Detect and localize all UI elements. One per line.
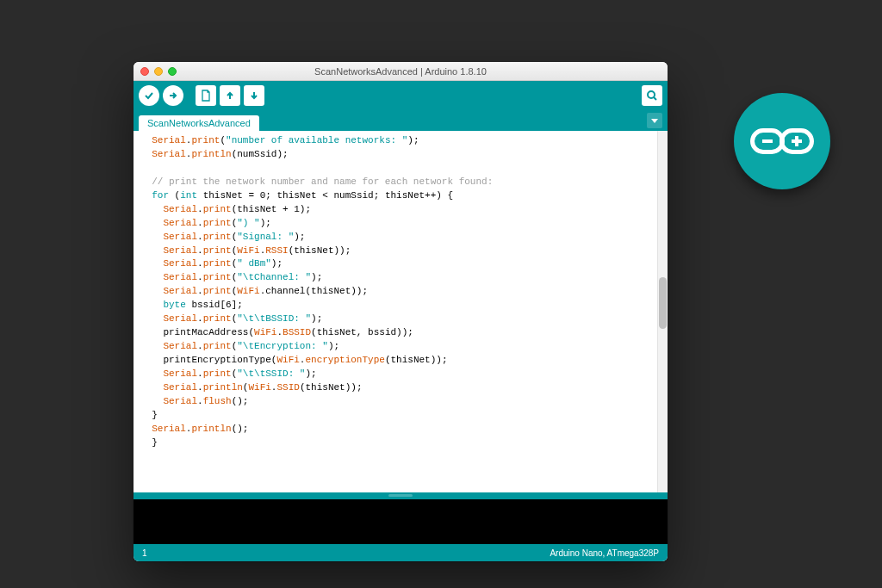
arrow-up-icon <box>225 90 235 101</box>
arduino-logo-badge <box>734 93 830 189</box>
window-title: ScanNetworksAdvanced | Arduino 1.8.10 <box>134 66 668 77</box>
window-traffic-lights <box>134 67 177 76</box>
window-titlebar[interactable]: ScanNetworksAdvanced | Arduino 1.8.10 <box>134 62 668 81</box>
status-board-info: Arduino Nano, ATmega328P <box>550 548 659 558</box>
tab-sketch[interactable]: ScanNetworksAdvanced <box>139 115 259 131</box>
code-content[interactable]: Serial.print("number of available networ… <box>134 131 668 454</box>
tab-strip: ScanNetworksAdvanced <box>134 110 668 131</box>
editor-scrollbar[interactable] <box>657 131 668 492</box>
editor-splitter[interactable] <box>134 492 668 499</box>
magnifier-icon <box>646 90 658 102</box>
arrow-right-icon <box>168 90 178 101</box>
window-zoom-icon[interactable] <box>168 67 177 76</box>
save-button[interactable] <box>244 85 264 106</box>
tab-menu-button[interactable] <box>647 113 662 128</box>
upload-button[interactable] <box>163 85 183 106</box>
arrow-down-icon <box>249 90 259 101</box>
code-editor[interactable]: Serial.print("number of available networ… <box>134 131 668 492</box>
window-close-icon[interactable] <box>140 67 149 76</box>
window-minimize-icon[interactable] <box>154 67 163 76</box>
arduino-ide-window: ScanNetworksAdvanced | Arduino 1.8.10 Sc… <box>134 62 668 561</box>
status-bar: 1 Arduino Nano, ATmega328P <box>134 544 668 561</box>
check-icon <box>144 90 154 101</box>
file-icon <box>201 90 211 102</box>
open-button[interactable] <box>220 85 240 106</box>
toolbar <box>134 81 668 110</box>
status-line-number: 1 <box>142 548 147 558</box>
new-button[interactable] <box>196 85 216 106</box>
verify-button[interactable] <box>139 85 159 106</box>
svg-point-0 <box>648 91 655 98</box>
arduino-logo-icon <box>750 128 814 154</box>
scrollbar-thumb[interactable] <box>659 277 667 329</box>
serial-monitor-button[interactable] <box>642 85 662 106</box>
console-panel[interactable] <box>134 499 668 544</box>
